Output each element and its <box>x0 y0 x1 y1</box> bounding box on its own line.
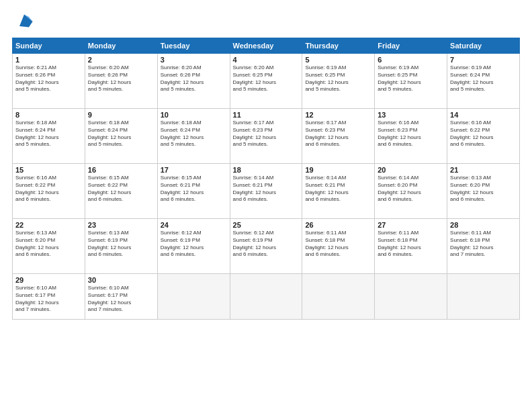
col-header-sunday: Sunday <box>13 38 85 54</box>
day-number: 13 <box>378 111 444 119</box>
day-number: 3 <box>161 56 227 64</box>
day-info: Sunrise: 6:10 AM Sunset: 6:17 PM Dayligh… <box>88 285 154 314</box>
calendar-table: SundayMondayTuesdayWednesdayThursdayFrid… <box>12 38 520 320</box>
day-info: Sunrise: 6:11 AM Sunset: 6:18 PM Dayligh… <box>378 230 444 259</box>
day-info: Sunrise: 6:13 AM Sunset: 6:20 PM Dayligh… <box>15 230 82 259</box>
calendar-cell <box>447 274 520 320</box>
calendar-cell: 7Sunrise: 6:19 AM Sunset: 6:24 PM Daylig… <box>447 54 520 109</box>
day-number: 8 <box>15 111 82 119</box>
calendar-cell: 11Sunrise: 6:17 AM Sunset: 6:23 PM Dayli… <box>230 109 302 164</box>
calendar-cell: 3Sunrise: 6:20 AM Sunset: 6:26 PM Daylig… <box>157 54 230 109</box>
calendar-cell <box>375 274 447 320</box>
day-info: Sunrise: 6:16 AM Sunset: 6:23 PM Dayligh… <box>378 120 444 148</box>
day-info: Sunrise: 6:20 AM Sunset: 6:26 PM Dayligh… <box>161 64 227 93</box>
day-number: 14 <box>450 111 517 119</box>
col-header-monday: Monday <box>85 38 157 54</box>
calendar-cell: 22Sunrise: 6:13 AM Sunset: 6:20 PM Dayli… <box>13 219 85 274</box>
calendar-cell: 28Sunrise: 6:11 AM Sunset: 6:18 PM Dayli… <box>447 219 520 274</box>
day-number: 18 <box>233 166 300 174</box>
calendar-cell <box>230 274 302 320</box>
day-info: Sunrise: 6:15 AM Sunset: 6:21 PM Dayligh… <box>161 175 227 203</box>
day-info: Sunrise: 6:18 AM Sunset: 6:24 PM Dayligh… <box>88 120 154 148</box>
day-info: Sunrise: 6:15 AM Sunset: 6:22 PM Dayligh… <box>88 175 154 203</box>
day-info: Sunrise: 6:18 AM Sunset: 6:24 PM Dayligh… <box>15 120 82 148</box>
day-number: 11 <box>233 111 300 119</box>
day-info: Sunrise: 6:17 AM Sunset: 6:23 PM Dayligh… <box>233 120 300 148</box>
day-info: Sunrise: 6:16 AM Sunset: 6:22 PM Dayligh… <box>15 175 82 203</box>
day-info: Sunrise: 6:14 AM Sunset: 6:21 PM Dayligh… <box>233 175 300 203</box>
calendar-cell <box>157 274 230 320</box>
day-number: 30 <box>88 276 154 284</box>
day-number: 1 <box>15 56 82 64</box>
calendar-cell: 30Sunrise: 6:10 AM Sunset: 6:17 PM Dayli… <box>85 274 157 320</box>
day-number: 19 <box>305 166 371 174</box>
day-info: Sunrise: 6:19 AM Sunset: 6:25 PM Dayligh… <box>378 64 444 93</box>
calendar-cell: 2Sunrise: 6:20 AM Sunset: 6:26 PM Daylig… <box>85 54 157 109</box>
day-number: 5 <box>305 56 371 64</box>
calendar-cell: 5Sunrise: 6:19 AM Sunset: 6:25 PM Daylig… <box>302 54 375 109</box>
day-info: Sunrise: 6:12 AM Sunset: 6:19 PM Dayligh… <box>161 230 227 259</box>
day-number: 10 <box>161 111 227 119</box>
svg-marker-0 <box>19 15 33 28</box>
day-info: Sunrise: 6:21 AM Sunset: 6:26 PM Dayligh… <box>15 64 82 93</box>
day-number: 6 <box>378 56 444 64</box>
day-info: Sunrise: 6:20 AM Sunset: 6:25 PM Dayligh… <box>233 64 300 93</box>
day-info: Sunrise: 6:13 AM Sunset: 6:19 PM Dayligh… <box>88 230 154 259</box>
calendar-cell: 18Sunrise: 6:14 AM Sunset: 6:21 PM Dayli… <box>230 164 302 219</box>
day-number: 27 <box>378 221 444 229</box>
day-number: 7 <box>450 56 517 64</box>
day-info: Sunrise: 6:19 AM Sunset: 6:24 PM Dayligh… <box>450 64 517 93</box>
calendar-cell: 16Sunrise: 6:15 AM Sunset: 6:22 PM Dayli… <box>85 164 157 219</box>
day-number: 28 <box>450 221 517 229</box>
day-info: Sunrise: 6:10 AM Sunset: 6:17 PM Dayligh… <box>15 285 82 314</box>
day-info: Sunrise: 6:12 AM Sunset: 6:19 PM Dayligh… <box>233 230 300 259</box>
logo-icon <box>15 12 34 31</box>
day-info: Sunrise: 6:20 AM Sunset: 6:26 PM Dayligh… <box>88 64 154 93</box>
day-number: 20 <box>378 166 444 174</box>
day-info: Sunrise: 6:13 AM Sunset: 6:20 PM Dayligh… <box>450 175 517 203</box>
calendar-cell: 6Sunrise: 6:19 AM Sunset: 6:25 PM Daylig… <box>375 54 447 109</box>
day-info: Sunrise: 6:16 AM Sunset: 6:22 PM Dayligh… <box>450 120 517 148</box>
day-number: 26 <box>305 221 371 229</box>
day-number: 25 <box>233 221 300 229</box>
col-header-thursday: Thursday <box>302 38 375 54</box>
calendar-cell: 25Sunrise: 6:12 AM Sunset: 6:19 PM Dayli… <box>230 219 302 274</box>
col-header-wednesday: Wednesday <box>230 38 302 54</box>
calendar-cell: 8Sunrise: 6:18 AM Sunset: 6:24 PM Daylig… <box>13 109 85 164</box>
day-number: 23 <box>88 221 154 229</box>
col-header-tuesday: Tuesday <box>157 38 230 54</box>
day-number: 2 <box>88 56 154 64</box>
day-number: 15 <box>15 166 82 174</box>
calendar-cell: 13Sunrise: 6:16 AM Sunset: 6:23 PM Dayli… <box>375 109 447 164</box>
day-number: 22 <box>15 221 82 229</box>
logo <box>12 12 34 31</box>
day-info: Sunrise: 6:11 AM Sunset: 6:18 PM Dayligh… <box>450 230 517 259</box>
calendar-cell: 15Sunrise: 6:16 AM Sunset: 6:22 PM Dayli… <box>13 164 85 219</box>
col-header-friday: Friday <box>375 38 447 54</box>
calendar-cell: 21Sunrise: 6:13 AM Sunset: 6:20 PM Dayli… <box>447 164 520 219</box>
calendar-cell: 17Sunrise: 6:15 AM Sunset: 6:21 PM Dayli… <box>157 164 230 219</box>
day-number: 12 <box>305 111 371 119</box>
calendar-cell: 29Sunrise: 6:10 AM Sunset: 6:17 PM Dayli… <box>13 274 85 320</box>
day-info: Sunrise: 6:14 AM Sunset: 6:20 PM Dayligh… <box>378 175 444 203</box>
day-number: 17 <box>161 166 227 174</box>
calendar-cell: 12Sunrise: 6:17 AM Sunset: 6:23 PM Dayli… <box>302 109 375 164</box>
col-header-saturday: Saturday <box>447 38 520 54</box>
calendar-cell: 27Sunrise: 6:11 AM Sunset: 6:18 PM Dayli… <box>375 219 447 274</box>
day-info: Sunrise: 6:11 AM Sunset: 6:18 PM Dayligh… <box>305 230 371 259</box>
calendar-cell: 9Sunrise: 6:18 AM Sunset: 6:24 PM Daylig… <box>85 109 157 164</box>
calendar-cell: 23Sunrise: 6:13 AM Sunset: 6:19 PM Dayli… <box>85 219 157 274</box>
day-number: 9 <box>88 111 154 119</box>
calendar-cell: 10Sunrise: 6:18 AM Sunset: 6:24 PM Dayli… <box>157 109 230 164</box>
calendar-cell: 26Sunrise: 6:11 AM Sunset: 6:18 PM Dayli… <box>302 219 375 274</box>
day-info: Sunrise: 6:14 AM Sunset: 6:21 PM Dayligh… <box>305 175 371 203</box>
calendar-cell: 4Sunrise: 6:20 AM Sunset: 6:25 PM Daylig… <box>230 54 302 109</box>
calendar-cell: 14Sunrise: 6:16 AM Sunset: 6:22 PM Dayli… <box>447 109 520 164</box>
day-number: 21 <box>450 166 517 174</box>
day-number: 16 <box>88 166 154 174</box>
day-number: 4 <box>233 56 300 64</box>
calendar-cell: 1Sunrise: 6:21 AM Sunset: 6:26 PM Daylig… <box>13 54 85 109</box>
day-number: 24 <box>161 221 227 229</box>
day-info: Sunrise: 6:18 AM Sunset: 6:24 PM Dayligh… <box>161 120 227 148</box>
calendar-cell <box>302 274 375 320</box>
